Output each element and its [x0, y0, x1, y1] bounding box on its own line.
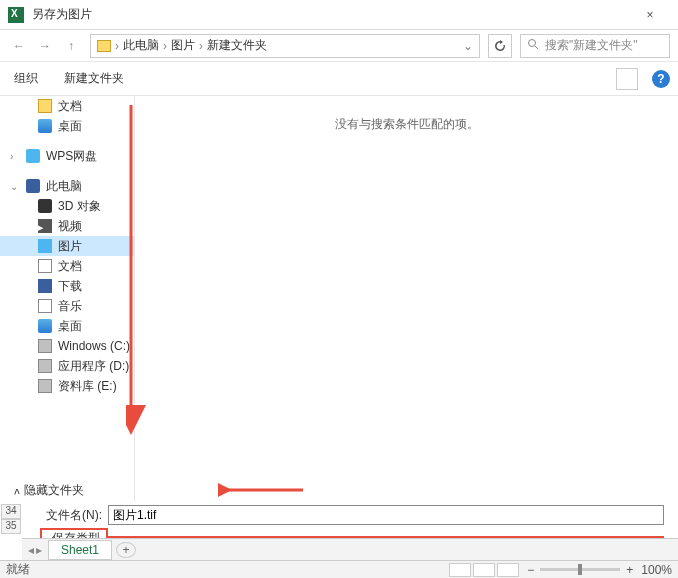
help-button[interactable]: ? [652, 70, 670, 88]
sidebar-item-documents2[interactable]: 文档 [0, 256, 134, 276]
sheet-tab[interactable]: Sheet1 [48, 540, 112, 560]
search-input[interactable]: 搜索"新建文件夹" [520, 34, 670, 58]
pc-icon [26, 179, 40, 193]
filename-input[interactable] [108, 505, 664, 525]
file-list-area: 没有与搜索条件匹配的项。 [135, 96, 678, 501]
view-layout[interactable] [473, 563, 495, 577]
sidebar-item-thispc[interactable]: ⌄此电脑 [0, 176, 134, 196]
toolbar: 组织 新建文件夹 ? [0, 62, 678, 96]
forward-button[interactable]: → [34, 35, 56, 57]
desktop-icon [38, 319, 52, 333]
drive-icon [38, 359, 52, 373]
zoom-out[interactable]: − [527, 563, 534, 577]
titlebar: 另存为图片 × [0, 0, 678, 30]
zoom-level[interactable]: 100% [641, 563, 672, 577]
navbar: ← → ↑ › 此电脑 › 图片 › 新建文件夹 ⌄ 搜索"新建文件夹" [0, 30, 678, 62]
window-title: 另存为图片 [32, 6, 630, 23]
sidebar-item-wps[interactable]: ›WPS网盘 [0, 146, 134, 166]
filename-row: 文件名(N): [40, 505, 664, 525]
zoom-slider[interactable] [540, 568, 620, 571]
search-icon [527, 38, 539, 53]
chevron-icon: ʌ [14, 485, 20, 496]
sidebar-item-3d[interactable]: 3D 对象 [0, 196, 134, 216]
row-headers: 34 35 [1, 504, 21, 534]
up-button[interactable]: ↑ [60, 35, 82, 57]
sidebar-item-video[interactable]: 视频 [0, 216, 134, 236]
folder-icon [38, 99, 52, 113]
desktop-icon [38, 119, 52, 133]
image-icon [38, 239, 52, 253]
close-button[interactable]: × [630, 8, 670, 22]
drive-icon [38, 339, 52, 353]
sidebar-item-drive-d[interactable]: 应用程序 (D:) [0, 356, 134, 376]
view-normal[interactable] [449, 563, 471, 577]
sheet-tabs: ◂▸ Sheet1 + [22, 538, 678, 560]
document-icon [38, 259, 52, 273]
breadcrumb-seg[interactable]: 此电脑 [123, 37, 159, 54]
sidebar-item-documents[interactable]: 文档 [0, 96, 134, 116]
music-icon [38, 299, 52, 313]
cloud-icon [26, 149, 40, 163]
refresh-button[interactable] [488, 34, 512, 58]
sidebar-item-desktop[interactable]: 桌面 [0, 116, 134, 136]
sidebar-item-drive-c[interactable]: Windows (C:) [0, 336, 134, 356]
folder-icon [97, 40, 111, 52]
chevron-down-icon[interactable]: ⌄ [463, 39, 473, 53]
row-header[interactable]: 34 [1, 504, 21, 519]
sidebar-item-downloads[interactable]: 下载 [0, 276, 134, 296]
zoom-in[interactable]: + [626, 563, 633, 577]
video-icon [38, 219, 52, 233]
search-placeholder: 搜索"新建文件夹" [545, 37, 638, 54]
tab-nav[interactable]: ◂▸ [22, 543, 48, 557]
main: 文档 桌面 ›WPS网盘 ⌄此电脑 3D 对象 视频 图片 文档 下载 音乐 桌… [0, 96, 678, 501]
cube-icon [38, 199, 52, 213]
hide-folders-toggle[interactable]: ʌ 隐藏文件夹 [14, 482, 84, 499]
status-bar: 就绪 − + 100% [0, 560, 678, 578]
breadcrumb[interactable]: › 此电脑 › 图片 › 新建文件夹 ⌄ [90, 34, 480, 58]
back-button[interactable]: ← [8, 35, 30, 57]
svg-point-0 [529, 40, 536, 47]
breadcrumb-seg[interactable]: 图片 [171, 37, 195, 54]
excel-icon [8, 7, 24, 23]
sidebar-item-music[interactable]: 音乐 [0, 296, 134, 316]
organize-button[interactable]: 组织 [8, 68, 44, 89]
view-break[interactable] [497, 563, 519, 577]
sidebar: 文档 桌面 ›WPS网盘 ⌄此电脑 3D 对象 视频 图片 文档 下载 音乐 桌… [0, 96, 135, 501]
row-header[interactable]: 35 [1, 519, 21, 534]
drive-icon [38, 379, 52, 393]
filename-label: 文件名(N): [40, 507, 108, 524]
breadcrumb-seg[interactable]: 新建文件夹 [207, 37, 267, 54]
view-button[interactable] [616, 68, 638, 90]
new-folder-button[interactable]: 新建文件夹 [58, 68, 130, 89]
sidebar-item-drive-e[interactable]: 资料库 (E:) [0, 376, 134, 396]
svg-line-1 [535, 46, 538, 49]
download-icon [38, 279, 52, 293]
sidebar-item-pictures[interactable]: 图片 [0, 236, 134, 256]
add-sheet-button[interactable]: + [116, 542, 136, 558]
status-ready: 就绪 [6, 561, 30, 578]
empty-message: 没有与搜索条件匹配的项。 [155, 116, 658, 133]
sidebar-item-desktop2[interactable]: 桌面 [0, 316, 134, 336]
